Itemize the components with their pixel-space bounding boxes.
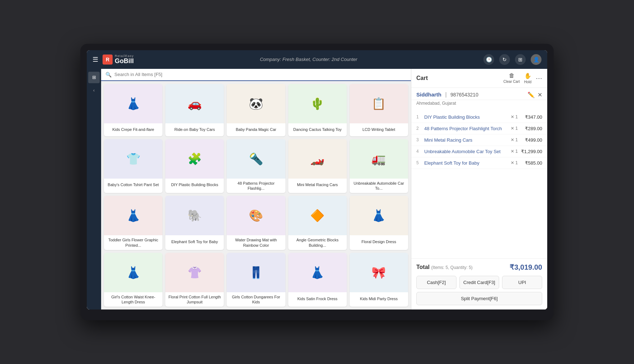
cart-title: Cart [416, 75, 428, 81]
product-image: 👚 [165, 253, 224, 292]
split-payment-button[interactable]: Split Payment[F6] [416, 292, 542, 305]
clock-icon[interactable]: 🕐 [483, 54, 494, 65]
product-card[interactable]: 🐘 Elephant Soft Toy for Baby [165, 196, 224, 250]
product-card[interactable]: 📋 LCD Writing Tablet [350, 84, 408, 136]
customer-name[interactable]: Siddharth [416, 91, 441, 98]
payment-buttons: Cash[F2] Credit Card[F3] UPI [416, 276, 542, 289]
sidebar-item-home[interactable]: ⊞ [88, 72, 100, 83]
product-card[interactable]: 👗 Floral Design Dress [350, 196, 408, 250]
product-card[interactable]: 👖 Girls Cotton Dungarees For Kids [227, 253, 285, 307]
cart-item-name[interactable]: 48 Patterns Projector Flashlight Torch [424, 126, 508, 131]
cart-item: 2 48 Patterns Projector Flashlight Torch… [411, 123, 547, 134]
product-image: 🚛 [350, 139, 408, 179]
product-name: Kids Satin Frock Dress [288, 292, 347, 305]
cart-item-price: ₹347.00 [521, 114, 542, 120]
product-card[interactable]: 👚 Floral Print Cotton Full Length Jumpsu… [165, 253, 224, 307]
customer-bar: Siddharth | 9876543210 ✏️ ✕ [411, 88, 547, 100]
product-card[interactable]: 👗 Girl's Cotton Waist Knee-Length Dress [104, 253, 162, 307]
product-image: 👗 [104, 196, 162, 235]
laptop-frame: ☰ R RetailEasy GoBill Company: Fresh Bas… [80, 44, 554, 321]
product-image: 🔦 [227, 139, 285, 179]
cart-item-price: ₹499.00 [521, 137, 542, 143]
cart-item: 4 Unbreakable Automobile Car Toy Set ✕ 1… [411, 146, 547, 157]
customer-edit-icon[interactable]: ✏️ [527, 91, 535, 98]
product-card[interactable]: 🔦 48 Patterns Projector Flashlig... [227, 139, 285, 193]
product-card[interactable]: 👗 Toddler Girls Flower Graphic Printed..… [104, 196, 162, 250]
product-image: 🏎️ [288, 139, 347, 179]
product-card[interactable]: 🔶 Angle Geometric Blocks Building... [288, 196, 347, 250]
product-card[interactable]: 🏎️ Mini Metal Racing Cars [288, 139, 347, 193]
product-card[interactable]: 🧩 DIY Plastic Building Blocks [165, 139, 224, 193]
logo-box: R RetailEasy GoBill [103, 55, 134, 65]
sidebar-item-arrow[interactable]: ‹ [88, 85, 100, 96]
cart-header-actions: 🗑 Clear Cart ✋ Hold ⋯ [503, 72, 542, 84]
customer-close-icon[interactable]: ✕ [538, 91, 542, 98]
logo-icon: R [103, 55, 113, 65]
product-name: Dancing Cactus Talking Toy [288, 123, 347, 136]
search-input[interactable] [114, 72, 407, 77]
cart-item-number: 5 [416, 160, 421, 165]
credit-card-button[interactable]: Credit Card[F3] [459, 276, 500, 289]
product-card[interactable]: 🚛 Unbreakable Automobile Car To... [350, 139, 408, 193]
product-image: 👗 [104, 253, 162, 292]
clear-cart-button[interactable]: 🗑 Clear Cart [503, 72, 520, 84]
topbar-right: 🕐 ↻ ⊞ 👤 [483, 54, 541, 65]
customer-address: Ahmedabad, Gujarat [411, 100, 547, 109]
cart-item-price: ₹1,299.00 [521, 149, 542, 154]
cart-item-name[interactable]: Unbreakable Automobile Car Toy Set [424, 149, 508, 154]
cash-button[interactable]: Cash[F2] [416, 276, 456, 289]
product-image: 👗 [350, 196, 408, 235]
cart-footer: Total (Items: 5, Quantity: 5) ₹3,019.00 … [411, 258, 547, 309]
cart-item-name[interactable]: DIY Plastic Building Blocks [424, 114, 508, 120]
more-options-icon[interactable]: ⋯ [536, 74, 542, 82]
product-image: 🎀 [350, 253, 408, 292]
cart-item-number: 1 [416, 114, 421, 119]
hold-button[interactable]: ✋ Hold [524, 72, 531, 84]
cart-item-qty: ✕ 1 [511, 160, 518, 165]
cart-item-number: 3 [416, 137, 421, 142]
product-card[interactable]: 🐼 Baby Panda Magic Car [227, 84, 285, 136]
cart-total-sub: (Items: 5, Quantity: 5) [431, 265, 472, 270]
cart-item-name[interactable]: Mini Metal Racing Cars [424, 137, 508, 143]
refresh-icon[interactable]: ↻ [499, 54, 510, 65]
product-name: Kids Midi Party Dress [350, 292, 408, 305]
search-bar-wrap: 🔍 [101, 69, 411, 81]
upi-button[interactable]: UPI [502, 276, 542, 289]
product-image: 🎨 [227, 196, 285, 235]
hamburger-icon[interactable]: ☰ [93, 56, 98, 63]
cart-total-amount: ₹3,019.00 [510, 263, 542, 271]
cart-item-name[interactable]: Elephant Soft Toy for Baby [424, 160, 508, 166]
product-image: 🧩 [165, 139, 224, 179]
product-image: 👕 [104, 139, 162, 179]
product-card[interactable]: 🌵 Dancing Cactus Talking Toy [288, 84, 347, 136]
product-image: 🚗 [165, 84, 224, 123]
product-card[interactable]: 👗 Kids Crepe Fit-and-flare [104, 84, 162, 136]
product-card[interactable]: 👕 Baby's Cotton Tshirt Pant Set [104, 139, 162, 193]
logo-text-group: RetailEasy GoBill [115, 55, 134, 64]
avatar[interactable]: 👤 [531, 54, 541, 65]
product-card[interactable]: 🎀 Kids Midi Party Dress [350, 253, 408, 307]
product-image: 👗 [104, 84, 162, 123]
product-name: Girl's Cotton Waist Knee-Length Dress [104, 292, 162, 307]
product-image: 🐘 [165, 196, 224, 235]
cart-total-label-group: Total (Items: 5, Quantity: 5) [416, 264, 473, 270]
product-name: Kids Crepe Fit-and-flare [104, 123, 162, 136]
content-area: 🔍 👗 Kids Crepe Fit-and-flare 🚗 Ride-on B… [101, 69, 411, 310]
clear-cart-label: Clear Cart [503, 80, 520, 84]
topbar-left: ☰ R RetailEasy GoBill [93, 55, 134, 65]
product-card[interactable]: 🚗 Ride-on Baby Toy Cars [165, 84, 224, 136]
product-name: Baby Panda Magic Car [227, 123, 285, 136]
cart-item-price: ₹585.00 [521, 160, 542, 166]
product-name: 48 Patterns Projector Flashlig... [227, 179, 285, 193]
product-card[interactable]: 🎨 Water Drawing Mat with Rainbow Color [227, 196, 285, 250]
product-name: Mini Metal Racing Cars [288, 179, 347, 192]
cart-item: 3 Mini Metal Racing Cars ✕ 1 ₹499.00 [411, 134, 547, 146]
cart-items-list: 1 DIY Plastic Building Blocks ✕ 1 ₹347.0… [411, 109, 547, 259]
product-name: Girls Cotton Dungarees For Kids [227, 292, 285, 307]
customer-phone: 9876543210 [450, 92, 478, 98]
monitor-icon[interactable]: ⊞ [515, 54, 526, 65]
product-name: Floral Design Dress [350, 235, 408, 248]
logo-main: GoBill [115, 58, 134, 64]
product-name: Unbreakable Automobile Car To... [350, 179, 408, 193]
product-card[interactable]: 👗 Kids Satin Frock Dress [288, 253, 347, 307]
